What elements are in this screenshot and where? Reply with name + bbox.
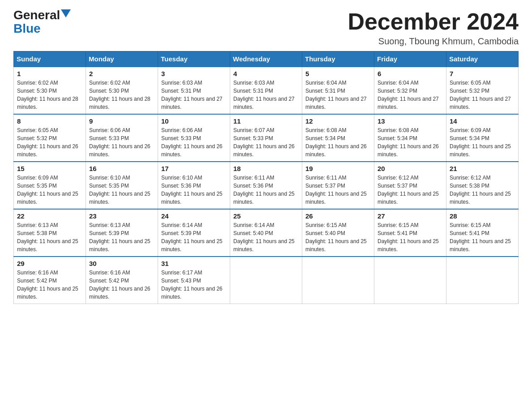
table-row: 30 Sunrise: 6:16 AMSunset: 5:42 PMDaylig…: [86, 257, 158, 304]
day-info: Sunrise: 6:09 AMSunset: 5:34 PMDaylight:…: [450, 127, 511, 158]
day-number: 4: [233, 70, 299, 77]
day-info: Sunrise: 6:08 AMSunset: 5:34 PMDaylight:…: [378, 127, 439, 158]
day-info: Sunrise: 6:06 AMSunset: 5:33 PMDaylight:…: [161, 127, 223, 158]
day-number: 10: [161, 117, 227, 125]
svg-marker-0: [61, 9, 71, 17]
day-info: Sunrise: 6:05 AMSunset: 5:32 PMDaylight:…: [17, 127, 78, 158]
table-row: 3 Sunrise: 6:03 AMSunset: 5:31 PMDayligh…: [158, 67, 230, 114]
day-number: 26: [305, 212, 371, 220]
day-number: 15: [17, 165, 82, 172]
day-info: Sunrise: 6:04 AMSunset: 5:31 PMDaylight:…: [305, 80, 367, 110]
day-info: Sunrise: 6:15 AMSunset: 5:41 PMDaylight:…: [378, 222, 439, 253]
day-info: Sunrise: 6:03 AMSunset: 5:31 PMDaylight:…: [233, 80, 295, 110]
day-info: Sunrise: 6:12 AMSunset: 5:38 PMDaylight:…: [450, 175, 511, 205]
day-number: 11: [233, 117, 299, 125]
table-row: 25 Sunrise: 6:14 AMSunset: 5:40 PMDaylig…: [230, 209, 302, 257]
table-row: 2 Sunrise: 6:02 AMSunset: 5:30 PMDayligh…: [86, 67, 158, 114]
day-info: Sunrise: 6:06 AMSunset: 5:33 PMDaylight:…: [89, 127, 150, 158]
day-number: 5: [305, 70, 371, 77]
day-number: 8: [17, 117, 82, 125]
day-info: Sunrise: 6:15 AMSunset: 5:40 PMDaylight:…: [305, 222, 367, 253]
table-row: 20 Sunrise: 6:12 AMSunset: 5:37 PMDaylig…: [374, 162, 446, 209]
day-info: Sunrise: 6:10 AMSunset: 5:35 PMDaylight:…: [89, 175, 150, 205]
logo-general: General: [13, 9, 60, 21]
table-row: 8 Sunrise: 6:05 AMSunset: 5:32 PMDayligh…: [14, 114, 86, 162]
table-row: 15 Sunrise: 6:09 AMSunset: 5:35 PMDaylig…: [14, 162, 86, 209]
table-row: 7 Sunrise: 6:05 AMSunset: 5:32 PMDayligh…: [446, 67, 519, 114]
header-monday: Monday: [86, 51, 158, 67]
day-number: 3: [161, 70, 227, 77]
week-row-4: 22 Sunrise: 6:13 AMSunset: 5:38 PMDaylig…: [14, 209, 519, 257]
day-info: Sunrise: 6:17 AMSunset: 5:43 PMDaylight:…: [161, 270, 223, 300]
day-info: Sunrise: 6:11 AMSunset: 5:36 PMDaylight:…: [233, 175, 295, 205]
day-number: 24: [161, 212, 227, 220]
day-info: Sunrise: 6:16 AMSunset: 5:42 PMDaylight:…: [89, 270, 150, 300]
day-number: 7: [450, 70, 515, 77]
week-row-5: 29 Sunrise: 6:16 AMSunset: 5:42 PMDaylig…: [14, 257, 519, 304]
day-number: 29: [17, 260, 82, 267]
day-number: 12: [305, 117, 371, 125]
day-number: 9: [89, 117, 154, 125]
table-row: 4 Sunrise: 6:03 AMSunset: 5:31 PMDayligh…: [230, 67, 302, 114]
day-number: 17: [161, 165, 227, 172]
day-info: Sunrise: 6:02 AMSunset: 5:30 PMDaylight:…: [17, 80, 78, 110]
table-row: 23 Sunrise: 6:13 AMSunset: 5:39 PMDaylig…: [86, 209, 158, 257]
day-number: 30: [89, 260, 154, 267]
week-row-3: 15 Sunrise: 6:09 AMSunset: 5:35 PMDaylig…: [14, 162, 519, 209]
table-row: 13 Sunrise: 6:08 AMSunset: 5:34 PMDaylig…: [374, 114, 446, 162]
table-row: 10 Sunrise: 6:06 AMSunset: 5:33 PMDaylig…: [158, 114, 230, 162]
header-sunday: Sunday: [14, 51, 86, 67]
day-number: 16: [89, 165, 154, 172]
location-text: Suong, Tboung Khmum, Cambodia: [348, 36, 519, 47]
table-row: 31 Sunrise: 6:17 AMSunset: 5:43 PMDaylig…: [158, 257, 230, 304]
day-number: 25: [233, 212, 299, 220]
day-number: 28: [450, 212, 515, 220]
table-row: 26 Sunrise: 6:15 AMSunset: 5:40 PMDaylig…: [302, 209, 374, 257]
day-info: Sunrise: 6:12 AMSunset: 5:37 PMDaylight:…: [378, 175, 439, 205]
table-row: 28 Sunrise: 6:15 AMSunset: 5:41 PMDaylig…: [446, 209, 519, 257]
header-saturday: Saturday: [446, 51, 519, 67]
table-row: 11 Sunrise: 6:07 AMSunset: 5:33 PMDaylig…: [230, 114, 302, 162]
calendar-table: Sunday Monday Tuesday Wednesday Thursday…: [13, 51, 519, 304]
day-number: 2: [89, 70, 154, 77]
table-row: 27 Sunrise: 6:15 AMSunset: 5:41 PMDaylig…: [374, 209, 446, 257]
table-row: 18 Sunrise: 6:11 AMSunset: 5:36 PMDaylig…: [230, 162, 302, 209]
day-info: Sunrise: 6:16 AMSunset: 5:42 PMDaylight:…: [17, 270, 78, 300]
month-year-heading: December 2024: [348, 9, 519, 34]
logo-triangle-icon: [61, 9, 71, 17]
week-row-2: 8 Sunrise: 6:05 AMSunset: 5:32 PMDayligh…: [14, 114, 519, 162]
table-row: 16 Sunrise: 6:10 AMSunset: 5:35 PMDaylig…: [86, 162, 158, 209]
day-info: Sunrise: 6:09 AMSunset: 5:35 PMDaylight:…: [17, 175, 78, 205]
day-info: Sunrise: 6:13 AMSunset: 5:39 PMDaylight:…: [89, 222, 150, 253]
day-number: 1: [17, 70, 82, 77]
day-info: Sunrise: 6:04 AMSunset: 5:32 PMDaylight:…: [378, 80, 439, 110]
header-wednesday: Wednesday: [230, 51, 302, 67]
table-row: 12 Sunrise: 6:08 AMSunset: 5:34 PMDaylig…: [302, 114, 374, 162]
day-info: Sunrise: 6:10 AMSunset: 5:36 PMDaylight:…: [161, 175, 223, 205]
table-row: 19 Sunrise: 6:11 AMSunset: 5:37 PMDaylig…: [302, 162, 374, 209]
table-row: [302, 257, 374, 304]
day-info: Sunrise: 6:13 AMSunset: 5:38 PMDaylight:…: [17, 222, 78, 253]
table-row: [230, 257, 302, 304]
day-number: 27: [378, 212, 443, 220]
day-number: 21: [450, 165, 515, 172]
weekday-header-row: Sunday Monday Tuesday Wednesday Thursday…: [14, 51, 519, 67]
day-number: 31: [161, 260, 227, 267]
day-info: Sunrise: 6:08 AMSunset: 5:34 PMDaylight:…: [305, 127, 367, 158]
day-info: Sunrise: 6:15 AMSunset: 5:41 PMDaylight:…: [450, 222, 511, 253]
day-number: 6: [378, 70, 443, 77]
table-row: 6 Sunrise: 6:04 AMSunset: 5:32 PMDayligh…: [374, 67, 446, 114]
table-row: 1 Sunrise: 6:02 AMSunset: 5:30 PMDayligh…: [14, 67, 86, 114]
day-number: 20: [378, 165, 443, 172]
day-info: Sunrise: 6:05 AMSunset: 5:32 PMDaylight:…: [450, 80, 511, 110]
header-friday: Friday: [374, 51, 446, 67]
header-tuesday: Tuesday: [158, 51, 230, 67]
table-row: 14 Sunrise: 6:09 AMSunset: 5:34 PMDaylig…: [446, 114, 519, 162]
table-row: 22 Sunrise: 6:13 AMSunset: 5:38 PMDaylig…: [14, 209, 86, 257]
title-block: December 2024 Suong, Tboung Khmum, Cambo…: [348, 9, 519, 47]
logo-blue: Blue: [13, 21, 41, 36]
week-row-1: 1 Sunrise: 6:02 AMSunset: 5:30 PMDayligh…: [14, 67, 519, 114]
header-thursday: Thursday: [302, 51, 374, 67]
day-number: 23: [89, 212, 154, 220]
day-info: Sunrise: 6:14 AMSunset: 5:40 PMDaylight:…: [233, 222, 295, 253]
